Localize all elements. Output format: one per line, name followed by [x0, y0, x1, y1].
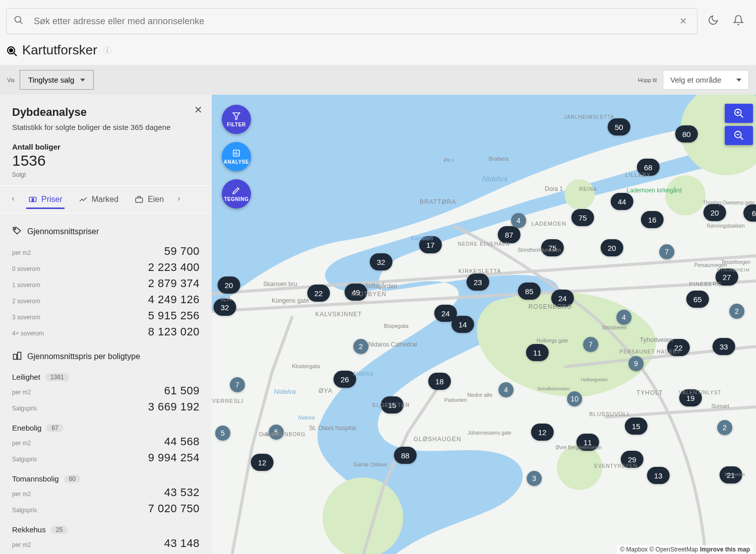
- map-cluster[interactable]: 20: [704, 204, 726, 221]
- row-label: 2 soverom: [12, 298, 40, 305]
- svg-rect-7: [136, 198, 143, 202]
- map-cluster-small[interactable]: 5: [215, 426, 230, 441]
- map-cluster[interactable]: 65: [686, 291, 709, 308]
- svg-line-4: [14, 53, 17, 56]
- map-cluster-small[interactable]: 7: [230, 377, 245, 392]
- ptype-name: Rekkehus: [12, 525, 46, 534]
- map-cluster[interactable]: 22: [667, 339, 690, 356]
- price-row: 4+ soverom8 123 020: [12, 325, 200, 338]
- map-cluster[interactable]: 15: [625, 418, 648, 435]
- price-row: per m261 509: [12, 384, 200, 397]
- svg-text:$: $: [32, 197, 34, 202]
- map-cluster[interactable]: 20: [601, 239, 623, 256]
- map-cluster-small[interactable]: 7: [659, 244, 674, 259]
- tegning-fab[interactable]: TEGNING: [222, 179, 251, 209]
- tab-marked[interactable]: Marked: [71, 188, 127, 211]
- section-title: Gjennomsnittspris per boligtype: [27, 352, 140, 361]
- tab-eien[interactable]: Eien: [127, 188, 172, 211]
- zoom-out-button[interactable]: [725, 126, 753, 145]
- map-cluster[interactable]: 18: [428, 373, 451, 390]
- map-cluster[interactable]: 50: [608, 118, 631, 135]
- map-cluster[interactable]: 19: [679, 389, 702, 406]
- bell-icon[interactable]: [733, 15, 744, 28]
- map-cluster[interactable]: 17: [419, 236, 442, 253]
- svg-point-3: [10, 49, 13, 52]
- map-cluster[interactable]: 88: [394, 447, 417, 464]
- map-cluster-small[interactable]: 7: [583, 337, 598, 352]
- property-type-header: Rekkehus25: [12, 525, 200, 534]
- map-cluster[interactable]: 27: [716, 268, 738, 286]
- map-cluster[interactable]: 12: [251, 454, 274, 471]
- map-cluster[interactable]: 32: [370, 253, 393, 270]
- map-cluster-small[interactable]: 3: [527, 471, 542, 486]
- map-cluster[interactable]: 13: [647, 467, 670, 484]
- row-value: 4 249 126: [148, 293, 200, 306]
- map-cluster[interactable]: 68: [637, 159, 660, 176]
- map-cluster[interactable]: 23: [467, 273, 489, 291]
- close-panel-icon[interactable]: ✕: [194, 104, 203, 116]
- map-cluster[interactable]: 33: [713, 338, 735, 355]
- ptype-count: 60: [64, 475, 81, 483]
- map-cluster-small[interactable]: 5: [269, 425, 284, 440]
- map-cluster[interactable]: 15: [381, 396, 404, 413]
- map-cluster[interactable]: 11: [526, 344, 549, 361]
- map-cluster-small[interactable]: 2: [353, 339, 368, 354]
- search-input[interactable]: [33, 16, 676, 27]
- vis-dropdown[interactable]: Tinglyste salg: [20, 70, 94, 90]
- kpi-label: Antall boliger: [12, 143, 200, 151]
- map-cluster[interactable]: 87: [498, 226, 521, 243]
- map-cluster-small[interactable]: 4: [511, 213, 526, 228]
- map-cluster[interactable]: 29: [621, 451, 644, 468]
- row-value: 5 915 256: [148, 309, 200, 322]
- property-type-header: Enebolig67: [12, 424, 200, 432]
- map-cluster[interactable]: 12: [531, 424, 554, 441]
- ptype-name: Enebolig: [12, 424, 41, 432]
- price-row: per m244 568: [12, 435, 200, 448]
- trend-icon: [79, 195, 88, 204]
- map-cluster[interactable]: 80: [675, 125, 698, 143]
- analyse-fab[interactable]: ANALYSE: [222, 142, 251, 171]
- price-row: per m259 700: [12, 245, 200, 258]
- ptype-name: Tomannsbolig: [12, 474, 59, 483]
- ptype-count: 25: [51, 526, 68, 534]
- map-cluster[interactable]: 24: [551, 290, 574, 307]
- clear-icon[interactable]: ✕: [676, 13, 690, 30]
- zoom-in-button[interactable]: [725, 104, 753, 123]
- map-cluster-small[interactable]: 10: [567, 391, 582, 406]
- search-box[interactable]: ✕: [6, 8, 698, 34]
- map-cluster[interactable]: 14: [452, 316, 474, 333]
- tabs-next-icon[interactable]: [172, 191, 186, 208]
- map-cluster[interactable]: 49: [345, 284, 367, 301]
- map-cluster-small[interactable]: 9: [628, 356, 644, 371]
- map-cluster-small[interactable]: 4: [498, 382, 514, 397]
- map-cluster[interactable]: 11: [577, 434, 599, 451]
- map-cluster[interactable]: 20: [218, 276, 240, 294]
- info-icon[interactable]: i: [103, 46, 111, 54]
- map-cluster-small[interactable]: 2: [717, 420, 732, 435]
- map-cluster[interactable]: 32: [214, 299, 236, 316]
- map-cluster[interactable]: 16: [641, 211, 664, 228]
- ptype-count: 67: [46, 424, 63, 432]
- filter-fab[interactable]: FILTER: [222, 105, 251, 134]
- svg-point-16: [564, 179, 595, 210]
- tab-priser[interactable]: $ Priser: [20, 188, 71, 211]
- map-cluster[interactable]: 75: [541, 239, 564, 256]
- vis-dropdown-value: Tinglyste salg: [28, 76, 74, 84]
- row-label: 3 soverom: [12, 314, 40, 321]
- area-dropdown[interactable]: Velg et område: [663, 70, 749, 90]
- map-cluster[interactable]: 44: [611, 193, 634, 210]
- map-cluster-small[interactable]: 4: [616, 310, 632, 325]
- map-cluster[interactable]: 85: [518, 283, 541, 300]
- map-cluster-small[interactable]: 2: [729, 304, 744, 319]
- map-canvas[interactable]: FILTER ANALYSE TEGNING © Mapbox © OpenSt…: [212, 95, 756, 554]
- map-cluster[interactable]: 26: [334, 371, 356, 388]
- map-cluster[interactable]: 21: [720, 466, 742, 483]
- chevron-down-icon: [736, 79, 741, 82]
- row-value: 2 879 374: [148, 277, 200, 290]
- tabs-prev-icon[interactable]: [6, 191, 20, 208]
- map-cluster[interactable]: 75: [572, 209, 594, 226]
- briefcase-icon: [135, 195, 144, 204]
- map-cluster[interactable]: 22: [307, 285, 330, 302]
- dark-mode-icon[interactable]: [708, 15, 719, 28]
- fab-label: TEGNING: [224, 196, 248, 202]
